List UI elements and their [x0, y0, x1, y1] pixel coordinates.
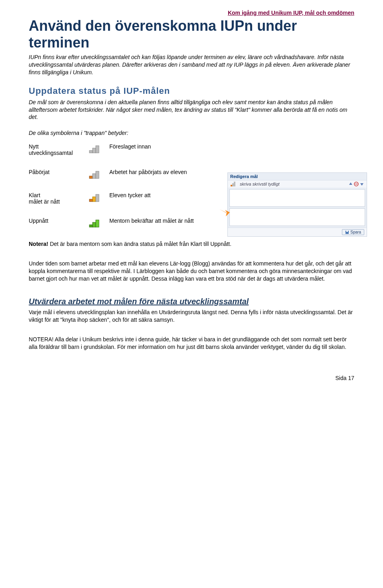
intro-paragraph: IUPn finns kvar efter utvecklingssamtale…	[29, 53, 354, 76]
notera1-bold: Notera!	[29, 241, 48, 247]
status-sub-klart: målet är nått	[29, 198, 60, 205]
svg-rect-12	[231, 185, 232, 186]
panel-title: Redigera mål	[228, 173, 367, 180]
panel-goal-row[interactable]: skriva skrivstil tydligt	[228, 180, 367, 188]
panel-textarea-1[interactable]	[229, 189, 365, 207]
row-actions	[348, 182, 364, 186]
svg-rect-11	[96, 220, 99, 227]
svg-rect-4	[93, 174, 96, 178]
svg-rect-5	[96, 171, 99, 178]
svg-rect-14	[234, 182, 235, 186]
svg-rect-7	[93, 197, 96, 202]
svg-rect-0	[89, 150, 93, 153]
svg-rect-6	[89, 199, 93, 202]
svg-rect-13	[232, 183, 234, 186]
legend-intro: De olika symbolerna i "trappan" betyder:	[29, 130, 354, 136]
move-up-icon[interactable]	[348, 182, 353, 186]
stairs-green-icon	[89, 218, 101, 228]
svg-rect-8	[96, 194, 99, 202]
save-button[interactable]: Spara	[342, 229, 364, 235]
status-label-klart: Klart	[29, 192, 40, 198]
notera2-text: Alla delar i Unikum beskrivs inte i denn…	[29, 336, 347, 350]
redigera-mal-panel: Redigera mål skriva skrivstil tydligt Sp…	[227, 172, 367, 237]
status-row-nytt: Nytt utvecklingssamtal Föreslaget innan	[29, 143, 354, 156]
section2-body: Varje mål i elevens utvecklingsplan kan …	[29, 309, 354, 324]
disk-icon	[345, 230, 349, 234]
move-down-icon[interactable]	[359, 182, 364, 186]
status-label-nytt: Nytt	[29, 143, 39, 150]
status-sub-nytt: utvecklingssamtal	[29, 150, 73, 156]
status-label-paborjat: Påbörjat	[29, 169, 49, 175]
svg-rect-9	[89, 225, 93, 227]
goal-text[interactable]: skriva skrivstil tydligt	[238, 181, 346, 187]
paragraph-larlogg: Under tiden som barnet arbetar med ett m…	[29, 260, 354, 283]
panel-textarea-2[interactable]	[229, 208, 365, 226]
status-desc-nytt: Föreslaget innan	[109, 143, 354, 150]
page-number: Sida 17	[29, 375, 354, 381]
callout-arrow-icon	[219, 208, 231, 217]
page-title: Använd den överenskomna IUPn under termi…	[29, 18, 354, 51]
svg-rect-1	[93, 148, 96, 153]
stairs-small-icon	[230, 181, 236, 187]
header-breadcrumb: Kom igång med Unikum IUP, mål och omdöme…	[29, 10, 354, 16]
notera1-text: Det är bara mentorn som kan ändra status…	[48, 241, 231, 247]
stairs-orange2-icon	[89, 192, 101, 202]
notera2-bold: NOTERA!	[29, 336, 53, 343]
stairs-grey-icon	[89, 143, 101, 154]
save-button-label: Spara	[350, 230, 361, 234]
notera-1: Notera! Det är bara mentorn som kan ändr…	[29, 241, 354, 247]
stairs-orange1-icon	[89, 169, 101, 179]
section1-body: De mål som är överenskomna i den aktuell…	[29, 99, 354, 121]
delete-icon[interactable]	[354, 182, 359, 186]
svg-rect-10	[93, 222, 96, 227]
svg-rect-18	[346, 231, 348, 232]
section-heading-1: Uppdatera status på IUP-målen	[29, 86, 354, 96]
svg-rect-3	[89, 176, 93, 178]
notera-2: NOTERA! Alla delar i Unikum beskrivs int…	[29, 336, 354, 351]
svg-rect-2	[96, 146, 99, 153]
section-heading-2: Utvärdera arbetet mot målen före nästa u…	[29, 297, 354, 306]
status-label-uppnatt: Uppnått	[29, 218, 48, 224]
